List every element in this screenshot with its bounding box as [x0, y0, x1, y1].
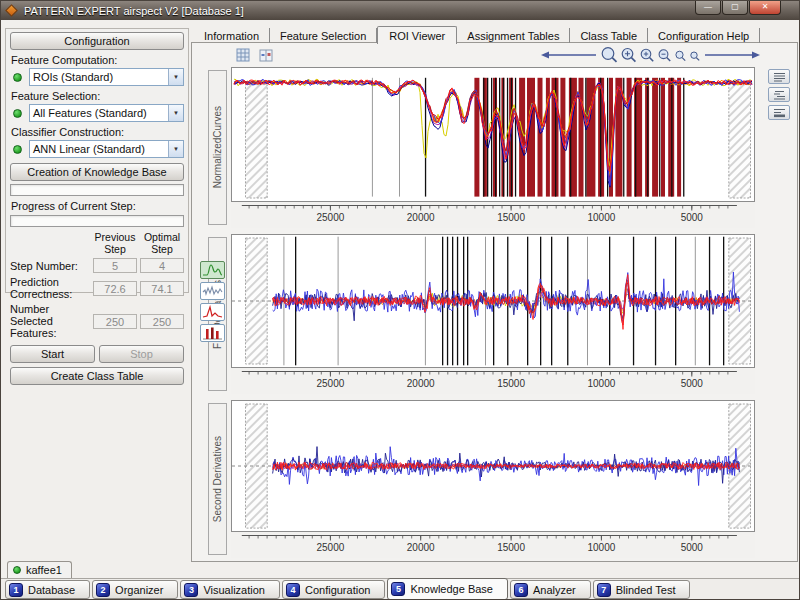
first-derivative-view-button[interactable]: [200, 282, 225, 300]
feature-bars-view-button[interactable]: [200, 324, 225, 342]
svg-text:25000: 25000: [316, 212, 344, 223]
magnifier-small-icon: [674, 46, 687, 64]
tab-roi-viewer[interactable]: ROI Viewer: [377, 26, 457, 44]
session-tabs: kaffee1: [7, 561, 72, 579]
svg-text:20000: 20000: [407, 212, 435, 223]
tab-number-icon: 3: [184, 583, 198, 597]
configuration-panel: Configuration Feature Computation: ROIs …: [5, 28, 189, 293]
zoom-in-button[interactable]: [639, 46, 655, 64]
zoom-in-large-button[interactable]: [620, 46, 637, 64]
second-derivative-view-button[interactable]: [200, 303, 225, 321]
previous-step-header: Previous Step: [93, 231, 137, 255]
svg-text:15000: 15000: [497, 212, 525, 223]
list-lines-icon: [773, 108, 786, 118]
close-button[interactable]: ✕: [749, 1, 781, 15]
tab-class-table[interactable]: Class Table: [570, 28, 648, 43]
session-tab-kaffee1[interactable]: kaffee1: [7, 561, 72, 578]
curve-list-bottom-button[interactable]: [768, 105, 790, 120]
chevron-down-icon[interactable]: ▼: [168, 69, 183, 85]
tab-number-icon: 7: [597, 583, 611, 597]
stop-button[interactable]: Stop: [99, 345, 184, 363]
tile-windows-icon: [259, 48, 274, 63]
svg-text:5000: 5000: [681, 212, 704, 223]
app-window: PATTERN EXPERT airspect V2 [Database 1] …: [0, 0, 800, 600]
number-selected-features-label: Number Selected Features:: [10, 303, 90, 339]
tab-configuration-help[interactable]: Configuration Help: [648, 28, 760, 43]
magnifier-icon: [600, 46, 618, 64]
optimal-step-header: Optimal Step: [140, 231, 184, 255]
pan-left-arrow-icon: [540, 46, 598, 64]
maximize-button[interactable]: ▢: [722, 1, 748, 15]
tab-configuration[interactable]: 4 Configuration: [282, 580, 385, 599]
configuration-button[interactable]: Configuration: [10, 32, 184, 50]
tab-knowledge-base[interactable]: 5 Knowledge Base: [387, 578, 508, 600]
start-button[interactable]: Start: [10, 345, 95, 363]
curve-stack-buttons: [768, 69, 790, 120]
tab-organizer[interactable]: 2 Organizer: [92, 580, 178, 599]
number-selected-features-previous: 250: [93, 314, 137, 329]
curve-list-top-button[interactable]: [768, 69, 790, 84]
normalized-curves-plot[interactable]: 250002000015000100005000: [231, 67, 755, 228]
tab-number-icon: 6: [514, 583, 528, 597]
svg-text:20000: 20000: [407, 378, 435, 389]
roi-viewer-content: NormalizedCurves 25000200001500010000500…: [191, 42, 798, 562]
magnifier-minus-icon: [657, 46, 672, 64]
step-statistics-table: Previous Step Optimal Step Step Number: …: [10, 231, 184, 339]
feature-selection-select[interactable]: All Features (Standard) ▼: [29, 104, 184, 122]
zoom-in-small-button[interactable]: [674, 46, 687, 64]
tab-analyzer[interactable]: 6 Analyzer: [510, 580, 591, 599]
curve-list-middle-button[interactable]: [768, 87, 790, 102]
svg-text:25000: 25000: [316, 378, 344, 389]
table-grid-icon: [236, 48, 251, 63]
svg-text:15000: 15000: [497, 542, 525, 553]
main-region: Information Feature Selection ROI Viewer…: [191, 21, 799, 563]
second-derivatives-plot[interactable]: 250002000015000100005000: [231, 400, 755, 558]
tab-database[interactable]: 1 Database: [5, 580, 90, 599]
classifier-construction-select[interactable]: ANN Linear (Standard) ▼: [29, 140, 184, 158]
red-peak-curve-icon: [202, 305, 223, 319]
normalized-curves-axis-label: NormalizedCurves: [208, 70, 227, 225]
zoom-reset-button[interactable]: [600, 46, 618, 64]
number-selected-features-optimal: 250: [140, 314, 184, 329]
feature-computation-select[interactable]: ROIs (Standard) ▼: [29, 68, 184, 86]
table-grid-button[interactable]: [234, 46, 253, 65]
normalized-curves-view-button[interactable]: [200, 261, 225, 279]
tab-number-icon: 5: [391, 582, 405, 596]
magnifier-plus-icon: [639, 46, 655, 64]
feature-selection-label: Feature Selection:: [11, 90, 184, 102]
module-tabbar: 1 Database 2 Organizer 3 Visualization 4…: [1, 579, 799, 600]
progress-of-current-step-label: Progress of Current Step:: [11, 200, 184, 212]
tab-visualization[interactable]: 3 Visualization: [180, 580, 280, 599]
svg-text:20000: 20000: [407, 542, 435, 553]
green-spectrum-icon: [202, 263, 223, 277]
chevron-down-icon[interactable]: ▼: [168, 105, 183, 121]
pan-right-arrow-button[interactable]: [703, 46, 761, 64]
zoom-out-small-button[interactable]: [689, 46, 701, 64]
zoom-out-button[interactable]: [657, 46, 672, 64]
tab-feature-selection[interactable]: Feature Selection: [270, 28, 377, 43]
status-led-icon: [13, 73, 22, 82]
status-led-icon: [13, 145, 22, 154]
viewer-tabstrip: Information Feature Selection ROI Viewer…: [194, 26, 760, 43]
title-bar: PATTERN EXPERT airspect V2 [Database 1] …: [1, 1, 799, 20]
tab-assignment-tables[interactable]: Assignment Tables: [457, 28, 570, 43]
list-lines-icon: [773, 72, 786, 82]
chevron-down-icon[interactable]: ▼: [168, 141, 183, 157]
prediction-correctness-optimal: 74.1: [140, 281, 184, 296]
derivative-curve-icon: [202, 284, 223, 298]
creation-of-knowledge-base-button[interactable]: Creation of Knowledge Base: [10, 163, 184, 181]
first-derivatives-plot[interactable]: 250002000015000100005000: [231, 234, 755, 394]
view-mode-buttons: [200, 261, 225, 342]
tile-windows-button[interactable]: [257, 46, 276, 65]
tab-blinded-test[interactable]: 7 Blinded Test: [593, 580, 691, 599]
tab-information[interactable]: Information: [194, 28, 270, 43]
minimize-button[interactable]: —: [695, 1, 721, 15]
pan-left-arrow-button[interactable]: [540, 46, 598, 64]
classifier-construction-label: Classifier Construction:: [11, 126, 184, 138]
svg-text:10000: 10000: [587, 378, 615, 389]
svg-text:15000: 15000: [497, 378, 525, 389]
create-class-table-button[interactable]: Create Class Table: [10, 367, 184, 385]
step-number-optimal: 4: [140, 258, 184, 273]
prediction-correctness-label: Prediction Correctness:: [10, 276, 90, 300]
zoom-toolbar: [540, 46, 761, 64]
